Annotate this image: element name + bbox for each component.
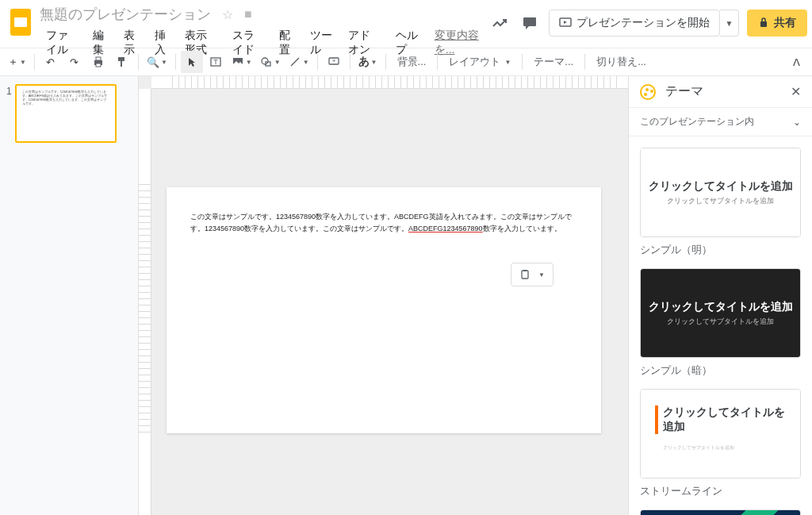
theme-simple-light[interactable]: クリックしてタイトルを追加 クリックしてサブタイトルを追加 — [640, 148, 801, 237]
slide-number: 1 — [6, 86, 12, 143]
select-tool[interactable] — [181, 51, 203, 73]
theme-label: シンプル（暗） — [640, 364, 801, 378]
theme-preview-title: クリックしてタイトルを追加 — [655, 405, 786, 434]
svg-rect-19 — [523, 270, 527, 271]
slide-canvas[interactable]: この文章はサンプルです。1234567890数字を入力しています。ABCDEFG… — [167, 187, 601, 433]
palette-icon — [640, 84, 656, 100]
star-icon[interactable]: ☆ — [222, 7, 233, 22]
textbox-tool[interactable]: T — [205, 51, 227, 73]
present-dropdown[interactable]: ▼ — [720, 10, 739, 37]
svg-rect-2 — [523, 17, 536, 26]
share-button[interactable]: 共有 — [747, 10, 807, 37]
themes-panel: テーマ ✕ このプレゼンテーション内 ⌄ クリックしてタイトルを追加 クリックし… — [628, 76, 812, 515]
theme-preview-sub: クリックしてサブタイトルを追加 — [667, 196, 774, 206]
thumb-text: この文章はサンプルです。1234567890数字を入力しています。ABCDEFG… — [22, 90, 109, 106]
folder-icon[interactable]: ■ — [244, 7, 252, 21]
theme-streamline-top[interactable]: クリックしてタイトルを追加 クリックしてサブタイトルを追加 — [640, 389, 801, 478]
comment-icon[interactable] — [519, 12, 541, 34]
theme-button[interactable]: テーマ... — [527, 55, 580, 69]
svg-rect-4 — [760, 21, 767, 27]
slides-logo[interactable] — [5, 6, 36, 38]
horizontal-ruler — [151, 76, 628, 89]
svg-point-13 — [262, 58, 268, 64]
comment-tool[interactable]: + — [323, 51, 345, 73]
svg-text:+: + — [331, 57, 335, 64]
theme-preview-title: クリックしてタイトルを追加 — [649, 179, 793, 194]
svg-rect-7 — [96, 63, 101, 67]
svg-rect-6 — [96, 57, 101, 60]
theme-preview-sub: クリックしてサブタイトルを追加 — [667, 317, 774, 327]
svg-rect-18 — [522, 271, 528, 279]
shape-tool[interactable]: ▼ — [257, 51, 284, 73]
layout-button[interactable]: レイアウト▼ — [442, 55, 517, 69]
menu-help[interactable]: ヘルプ — [389, 27, 427, 59]
slide-thumbnail-1[interactable]: この文章はサンプルです。1234567890数字を入力しています。ABCDEFG… — [15, 84, 117, 143]
paste-options-button[interactable]: ▼ — [511, 263, 553, 286]
zoom-button[interactable]: 🔍▼ — [144, 51, 170, 73]
svg-line-15 — [291, 58, 299, 66]
new-slide-button[interactable]: ＋▼ — [5, 51, 29, 73]
print-button[interactable] — [87, 51, 109, 73]
ime-tool[interactable]: あ▼ — [355, 51, 381, 73]
chevron-down-icon: ▼ — [538, 271, 545, 279]
filmstrip: 1 この文章はサンプルです。1234567890数字を入力しています。ABCDE… — [0, 76, 139, 515]
paint-format-button[interactable] — [111, 51, 133, 73]
doc-title[interactable]: 無題のプレゼンテーション — [40, 5, 211, 24]
svg-rect-8 — [118, 57, 124, 61]
themes-title: テーマ — [665, 83, 781, 100]
theme-streamline-card[interactable] — [640, 509, 801, 515]
theme-preview-sub: クリックしてサブタイトルを追加 — [655, 444, 734, 452]
theme-label: シンプル（明） — [640, 244, 801, 257]
svg-rect-9 — [121, 61, 122, 67]
background-button[interactable]: 背景... — [391, 55, 433, 69]
chevron-down-icon[interactable]: ⌄ — [793, 117, 801, 128]
redo-button[interactable]: ↷ — [63, 51, 86, 73]
themes-section-label: このプレゼンテーション内 — [640, 115, 754, 129]
slide-text-content[interactable]: この文章はサンプルです。1234567890数字を入力しています。ABCDEFG… — [190, 211, 577, 235]
canvas-area[interactable]: この文章はサンプルです。1234567890数字を入力しています。ABCDEFG… — [139, 76, 628, 515]
image-tool[interactable]: ▼ — [228, 51, 255, 73]
theme-simple-dark[interactable]: クリックしてタイトルを追加 クリックしてサブタイトルを追加 — [640, 268, 801, 358]
vertical-ruler — [139, 89, 151, 515]
svg-text:T: T — [213, 58, 218, 66]
line-tool[interactable]: ▼ — [285, 51, 312, 73]
share-label: 共有 — [774, 16, 796, 30]
collapse-toolbar-button[interactable]: ᐱ — [785, 51, 807, 73]
present-button[interactable]: プレゼンテーションを開始 — [549, 10, 720, 37]
theme-preview-title: クリックしてタイトルを追加 — [649, 300, 793, 314]
theme-label: ストリームライン — [640, 485, 801, 498]
close-icon[interactable]: ✕ — [791, 84, 801, 99]
transition-button[interactable]: 切り替え... — [590, 55, 653, 69]
svg-rect-1 — [14, 17, 27, 27]
activity-icon[interactable] — [488, 12, 511, 34]
undo-button[interactable]: ↶ — [40, 51, 62, 73]
present-label: プレゼンテーションを開始 — [576, 16, 710, 30]
